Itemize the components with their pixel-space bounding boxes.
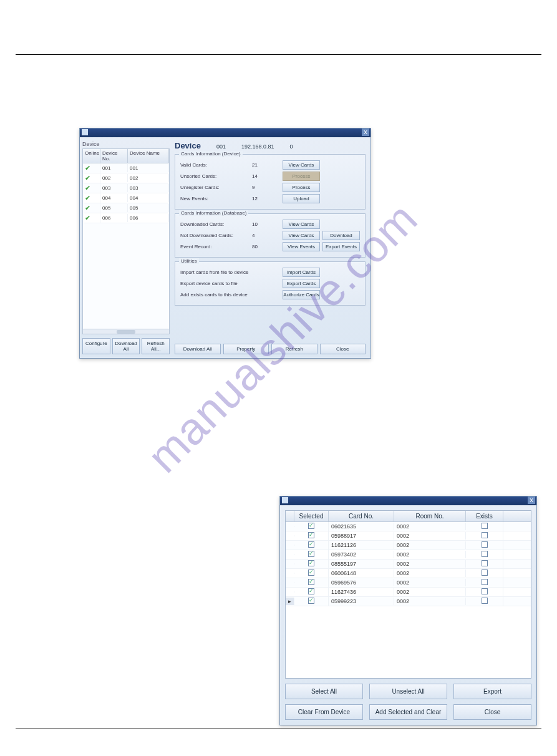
configure-button[interactable]: Configure bbox=[82, 338, 110, 354]
grid-row[interactable]: ▸ 05999223 0002 bbox=[286, 597, 531, 606]
device-list-row[interactable]: ✔ 006 006 bbox=[83, 213, 169, 223]
utility-label: Export device cards to file bbox=[180, 281, 280, 286]
utility-action-button[interactable]: Import Cards bbox=[283, 268, 320, 277]
info-action-button[interactable]: Process bbox=[283, 183, 320, 192]
grid-row[interactable]: 08555197 0002 bbox=[286, 560, 531, 569]
exists-checkbox[interactable] bbox=[482, 523, 488, 529]
selected-checkbox[interactable] bbox=[308, 523, 314, 529]
refresh-all-button[interactable]: Refresh All... bbox=[142, 338, 170, 354]
cards-db-fieldset: Cards Information (Database) Downloaded … bbox=[175, 213, 366, 258]
online-check-icon: ✔ bbox=[85, 174, 90, 182]
device-no-cell: 004 bbox=[100, 194, 128, 202]
info-value: 21 bbox=[252, 162, 280, 168]
col-selected[interactable]: Selected bbox=[294, 511, 329, 521]
exists-checkbox[interactable] bbox=[482, 560, 488, 566]
device-list-row[interactable]: ✔ 004 004 bbox=[83, 193, 169, 203]
room-no-cell: 0002 bbox=[394, 551, 466, 558]
info-row: Not Downloaded Cards: 4 View CardsDownlo… bbox=[180, 231, 360, 240]
col-room-no[interactable]: Room No. bbox=[394, 511, 466, 521]
card-no-cell: 06021635 bbox=[329, 523, 394, 530]
download-all-button[interactable]: Download All bbox=[112, 338, 140, 354]
selected-checkbox[interactable] bbox=[308, 560, 314, 566]
room-no-cell: 0002 bbox=[394, 579, 466, 586]
selected-checkbox[interactable] bbox=[308, 588, 314, 594]
device-list-row[interactable]: ✔ 005 005 bbox=[83, 203, 169, 213]
grid-row[interactable]: 05969576 0002 bbox=[286, 578, 531, 588]
bottom-download-all-button[interactable]: Download All bbox=[175, 344, 221, 354]
info-row: Event Record: 80 View EventsExport Event… bbox=[180, 242, 360, 251]
device-name-cell: 003 bbox=[128, 184, 169, 192]
selected-checkbox[interactable] bbox=[308, 569, 314, 576]
info-action-button[interactable]: View Events bbox=[283, 242, 320, 251]
horizontal-scrollbar[interactable] bbox=[83, 329, 169, 334]
exists-checkbox[interactable] bbox=[482, 532, 488, 538]
room-no-cell: 0002 bbox=[394, 541, 466, 549]
info-label: Unsorted Cards: bbox=[180, 173, 252, 179]
grid-row[interactable]: 11621126 0002 bbox=[286, 541, 531, 550]
row-marker bbox=[286, 554, 294, 555]
info-label: Event Record: bbox=[180, 244, 252, 250]
info-action-button[interactable]: View Cards bbox=[283, 160, 320, 170]
utility-action-button[interactable]: Export Cards bbox=[283, 279, 320, 288]
grid-row[interactable]: 06021635 0002 bbox=[286, 522, 531, 531]
close-icon[interactable]: X bbox=[528, 497, 535, 504]
col-device-no[interactable]: Device No. bbox=[100, 149, 128, 163]
device-list-pane: Device Online Device No. Device Name ✔ 0… bbox=[80, 137, 172, 358]
room-no-cell: 0002 bbox=[394, 523, 466, 530]
export-button[interactable]: Export bbox=[453, 684, 531, 699]
selected-checkbox[interactable] bbox=[308, 532, 314, 538]
grid-row[interactable]: 11627436 0002 bbox=[286, 588, 531, 597]
add-selected-clear-button[interactable]: Add Selected and Clear bbox=[369, 704, 447, 720]
exists-checkbox[interactable] bbox=[482, 588, 488, 594]
exists-checkbox[interactable] bbox=[482, 579, 488, 585]
grid-header: Selected Card No. Room No. Exists bbox=[286, 511, 531, 522]
info-action-button[interactable]: View Cards bbox=[283, 231, 320, 240]
exists-checkbox[interactable] bbox=[482, 541, 488, 548]
col-card-no[interactable]: Card No. bbox=[329, 511, 394, 521]
clear-from-device-button[interactable]: Clear From Device bbox=[285, 704, 363, 720]
refresh-button[interactable]: Refresh bbox=[271, 344, 317, 354]
online-check-icon: ✔ bbox=[85, 194, 90, 201]
selected-checkbox[interactable] bbox=[308, 551, 314, 557]
exists-checkbox[interactable] bbox=[482, 569, 488, 576]
col-rowheader bbox=[286, 511, 294, 521]
cards-device-legend: Cards Information (Device) bbox=[179, 151, 243, 157]
page-bottom-rule bbox=[16, 729, 541, 729]
select-all-button[interactable]: Select All bbox=[285, 684, 363, 699]
close-icon[interactable]: X bbox=[362, 128, 369, 136]
device-id: 001 bbox=[216, 143, 226, 150]
selected-checkbox[interactable] bbox=[308, 598, 314, 604]
device-list-row[interactable]: ✔ 002 002 bbox=[83, 173, 169, 183]
grid-row[interactable]: 05973402 0002 bbox=[286, 550, 531, 560]
info-action-button[interactable]: View Cards bbox=[283, 220, 320, 229]
device-title: Device bbox=[175, 141, 201, 150]
utility-action-button[interactable]: Authorize Cards bbox=[283, 290, 320, 299]
device-header: Device 001 192.168.0.81 0 bbox=[175, 141, 366, 150]
selected-checkbox[interactable] bbox=[308, 541, 314, 548]
card-no-cell: 11627436 bbox=[329, 588, 394, 596]
close-button[interactable]: Close bbox=[453, 704, 531, 720]
grid-row[interactable]: 06006148 0002 bbox=[286, 569, 531, 578]
close-button[interactable]: Close bbox=[320, 344, 366, 354]
exists-checkbox[interactable] bbox=[482, 551, 488, 557]
info-value: 12 bbox=[252, 196, 280, 201]
info-label: Downloaded Cards: bbox=[180, 221, 252, 227]
device-no-cell: 003 bbox=[100, 184, 128, 192]
col-device-name[interactable]: Device Name bbox=[128, 149, 169, 163]
col-online[interactable]: Online bbox=[83, 149, 100, 163]
selected-checkbox[interactable] bbox=[308, 579, 314, 585]
info-action-button-2[interactable]: Export Events bbox=[322, 242, 360, 251]
info-action-button-2[interactable]: Download bbox=[322, 231, 360, 240]
device-list-row[interactable]: ✔ 001 001 bbox=[83, 163, 169, 173]
row-marker: ▸ bbox=[286, 598, 294, 605]
exists-checkbox[interactable] bbox=[482, 598, 488, 604]
row-marker bbox=[286, 591, 294, 593]
info-action-button[interactable]: Upload bbox=[283, 194, 320, 203]
device-list-row[interactable]: ✔ 003 003 bbox=[83, 183, 169, 193]
info-value: 14 bbox=[252, 173, 280, 179]
col-exists[interactable]: Exists bbox=[466, 511, 503, 521]
info-row: Unregister Cards: 9 Process bbox=[180, 183, 360, 192]
grid-row[interactable]: 05988917 0002 bbox=[286, 531, 531, 541]
unselect-all-button[interactable]: Unselect All bbox=[369, 684, 447, 699]
property-button[interactable]: Property bbox=[223, 344, 269, 354]
